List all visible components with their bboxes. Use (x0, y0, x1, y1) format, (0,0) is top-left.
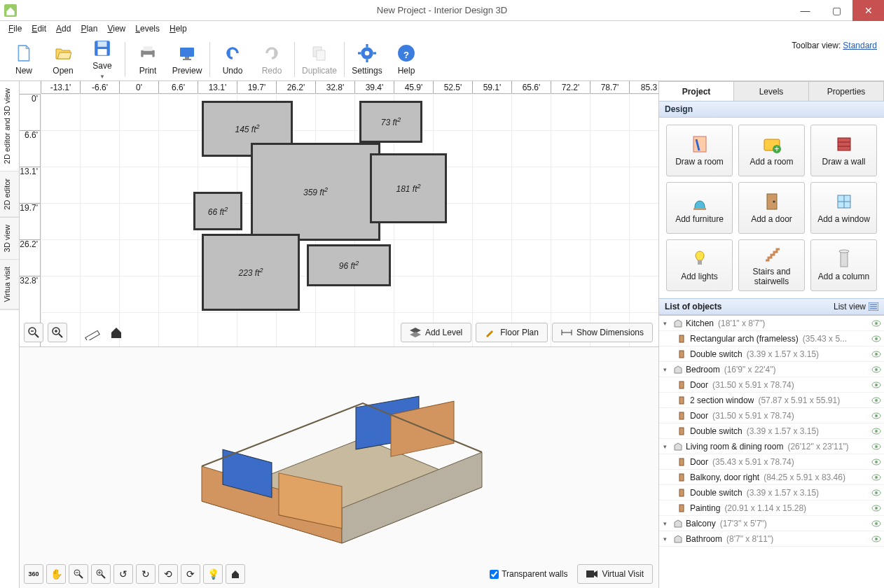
visibility-icon[interactable] (871, 505, 881, 512)
open-button[interactable]: Open (43, 38, 83, 80)
toolbar-view-link[interactable]: Standard (843, 41, 877, 50)
list-view-toggle[interactable]: List view (834, 302, 878, 312)
transparent-walls-checkbox[interactable]: Transparent walls (490, 569, 567, 579)
menu-file[interactable]: File (4, 22, 26, 35)
object-row[interactable]: Rectangular arch (frameless) (35.43 x 5.… (659, 331, 884, 346)
ruler-icon[interactable] (83, 323, 102, 342)
visibility-icon[interactable] (871, 489, 881, 496)
object-row[interactable]: Double switch (3.39 x 1.57 x 3.15) (659, 485, 884, 500)
object-row[interactable]: ▾Living room & dining room (26'12" x 23'… (659, 439, 884, 454)
tool-add-a-window[interactable]: Add a window (810, 182, 877, 234)
visibility-icon[interactable] (871, 320, 881, 327)
tool-add-a-door[interactable]: Add a door (738, 182, 805, 234)
visibility-icon[interactable] (871, 458, 881, 465)
visibility-icon[interactable] (871, 397, 881, 404)
rotate-right-icon[interactable]: ↻ (136, 564, 156, 584)
new-button[interactable]: New (4, 38, 43, 80)
object-row[interactable]: Door (31.50 x 5.91 x 78.74) (659, 408, 884, 424)
object-row[interactable]: Painting (20.91 x 1.14 x 15.28) (659, 500, 884, 516)
visibility-icon[interactable] (871, 366, 881, 373)
floor-plan-button[interactable]: Floor Plan (476, 323, 548, 342)
menu-edit[interactable]: Edit (27, 22, 50, 35)
expand-icon[interactable]: ▾ (663, 366, 670, 373)
expand-icon[interactable]: ▾ (663, 536, 670, 542)
menu-view[interactable]: View (103, 22, 130, 35)
object-row[interactable]: ▾Kitchen (18'1" x 8'7") (659, 316, 884, 331)
floorplan-canvas[interactable]: 145 ft2 73 ft2 359 ft2 181 ft2 66 ft2 22… (41, 94, 658, 346)
preview-button[interactable]: Preview (167, 38, 207, 80)
visibility-icon[interactable] (871, 351, 881, 358)
object-list[interactable]: ▾Kitchen (18'1" x 8'7")Rectangular arch … (659, 315, 884, 588)
zoom-in-3d-icon[interactable] (91, 564, 111, 584)
settings-button[interactable]: Settings (347, 38, 387, 80)
menu-plan[interactable]: Plan (76, 22, 102, 35)
maximize-button[interactable]: ▢ (821, 0, 852, 21)
show-dimensions-button[interactable]: Show Dimensions (552, 323, 653, 342)
tab-2d-3d[interactable]: 2D editor and 3D view (0, 81, 19, 172)
object-row[interactable]: Balkony, door right (84.25 x 5.91 x 83.4… (659, 470, 884, 485)
undo-button[interactable]: Undo (213, 38, 252, 80)
object-row[interactable]: Door (35.43 x 5.91 x 78.74) (659, 454, 884, 470)
visibility-icon[interactable] (871, 474, 881, 481)
duplicate-button[interactable]: Duplicate (298, 38, 341, 80)
object-row[interactable]: 2 section window (57.87 x 5.91 x 55.91) (659, 393, 884, 408)
expand-icon[interactable]: ▾ (663, 320, 670, 327)
print-button[interactable]: Print (128, 38, 167, 80)
virtual-visit-button[interactable]: Virtual Visit (577, 564, 653, 584)
pan-icon[interactable]: ✋ (46, 564, 66, 584)
visibility-icon[interactable] (871, 536, 881, 542)
expand-icon[interactable]: ▾ (663, 520, 670, 527)
svg-rect-6 (144, 55, 153, 60)
tab-3d[interactable]: 3D view (0, 218, 19, 260)
2d-view[interactable]: -13.1'-6.6'0'6.6'13.1'19.7'26.2'32.8'39.… (20, 81, 658, 347)
tool-add-a-column[interactable]: Add a column (810, 239, 877, 291)
rotate-left-icon[interactable]: ↺ (113, 564, 133, 584)
360-icon[interactable]: 360 (24, 564, 43, 584)
tool-draw-a-wall[interactable]: Draw a wall (810, 125, 877, 176)
menu-help[interactable]: Help (165, 22, 191, 35)
help-button[interactable]: ?Help (387, 38, 426, 80)
tool-add-a-room[interactable]: +Add a room (738, 125, 805, 176)
object-row[interactable]: ▾Bathroom (8'7" x 8'11") (659, 531, 884, 547)
zoom-out-3d-icon[interactable] (69, 564, 88, 584)
tool-add-furniture[interactable]: Add furniture (666, 182, 733, 234)
svg-text:?: ? (403, 49, 409, 59)
tool-draw-a-room[interactable]: Draw a room (666, 125, 733, 176)
visibility-icon[interactable] (871, 335, 881, 342)
redo-button[interactable]: Redo (252, 38, 291, 80)
3d-view[interactable]: 360 ✋ ↺ ↻ ⟲ ⟳ 💡 Transparent walls Virtua… (20, 347, 658, 588)
expand-icon[interactable]: ▾ (663, 443, 670, 450)
zoom-out-icon[interactable] (24, 323, 43, 342)
object-row[interactable]: Double switch (3.39 x 1.57 x 3.15) (659, 424, 884, 439)
home-icon[interactable] (106, 323, 126, 342)
close-button[interactable]: ✕ (852, 0, 884, 21)
tool-add-lights[interactable]: Add lights (666, 239, 733, 291)
tab-2d[interactable]: 2D editor (0, 172, 19, 218)
tool-icon (689, 134, 710, 155)
visibility-icon[interactable] (871, 428, 881, 435)
object-row[interactable]: ▾Bedroom (16'9" x 22'4") (659, 362, 884, 377)
tab-properties[interactable]: Properties (808, 81, 884, 101)
object-row[interactable]: ▾Balcony (17'3" x 5'7") (659, 516, 884, 531)
home-3d-icon[interactable] (226, 564, 245, 584)
zoom-in-icon[interactable] (48, 323, 67, 342)
tab-project[interactable]: Project (658, 81, 734, 101)
light-icon[interactable]: 💡 (203, 564, 223, 584)
tab-virtual[interactable]: Virtua visit (0, 260, 19, 310)
add-level-button[interactable]: Add Level (401, 323, 471, 342)
tool-stairs-and-stairwells[interactable]: Stairs and stairwells (738, 239, 805, 291)
object-row[interactable]: Double switch (3.39 x 1.57 x 3.15) (659, 346, 884, 362)
minimize-button[interactable]: — (789, 0, 821, 21)
menu-levels[interactable]: Levels (131, 22, 164, 35)
orbit-right-icon[interactable]: ⟳ (181, 564, 200, 584)
visibility-icon[interactable] (871, 412, 881, 419)
visibility-icon[interactable] (871, 520, 881, 527)
object-row[interactable]: Door (31.50 x 5.91 x 78.74) (659, 377, 884, 393)
save-button[interactable]: Save▼ (83, 38, 122, 80)
menu-add[interactable]: Add (52, 22, 75, 35)
ruler-tick: 52.5' (433, 81, 472, 93)
orbit-left-icon[interactable]: ⟲ (158, 564, 178, 584)
visibility-icon[interactable] (871, 382, 881, 388)
visibility-icon[interactable] (871, 443, 881, 450)
tab-levels[interactable]: Levels (733, 81, 809, 101)
